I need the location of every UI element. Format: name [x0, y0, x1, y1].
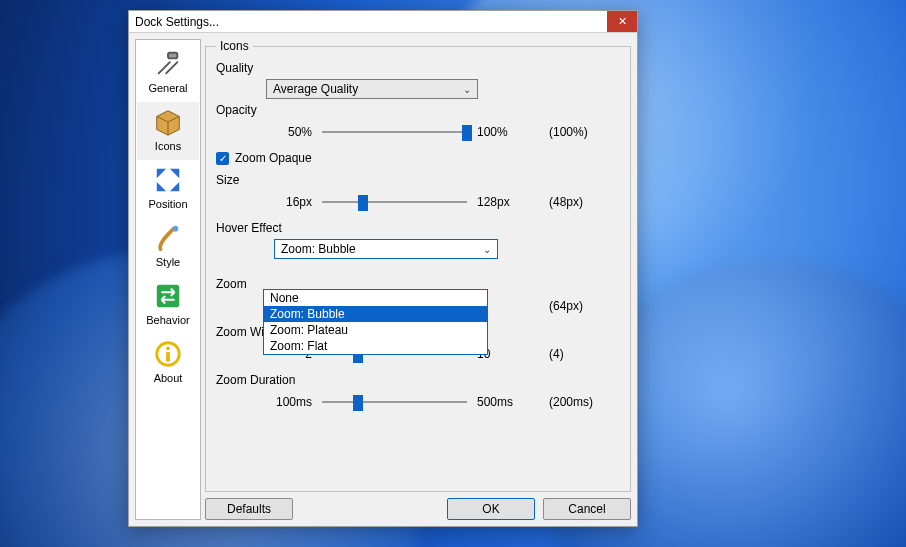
arrows-icon [152, 164, 184, 196]
svg-marker-5 [157, 182, 166, 191]
hover-effect-dropdown[interactable]: None Zoom: Bubble Zoom: Plateau Zoom: Fl… [263, 289, 488, 355]
hover-effect-option[interactable]: None [264, 290, 487, 306]
sidebar-item-general[interactable]: General [137, 44, 199, 102]
svg-point-7 [173, 226, 179, 232]
svg-rect-8 [157, 285, 180, 308]
quality-value: Average Quality [273, 82, 358, 96]
main-panel: Icons Quality Average Quality ⌄ Opacity … [205, 39, 631, 520]
size-label: Size [216, 173, 620, 187]
zoom-duration-slider-row: 100ms 500ms (200ms) [216, 393, 620, 411]
svg-marker-4 [170, 169, 179, 178]
size-min: 16px [266, 195, 312, 209]
sidebar-item-behavior[interactable]: Behavior [137, 276, 199, 334]
zoom-width-value: (4) [533, 347, 593, 361]
zoom-duration-slider[interactable] [322, 393, 467, 411]
zoom-duration-min: 100ms [266, 395, 312, 409]
dialog-buttons: Defaults OK Cancel [205, 492, 631, 520]
zoom-duration-label: Zoom Duration [216, 373, 620, 387]
sidebar-item-label: Icons [155, 140, 181, 152]
svg-rect-11 [166, 352, 170, 361]
opacity-min: 50% [266, 125, 312, 139]
window-body: General Icons Position Style [129, 33, 637, 526]
size-value: (48px) [533, 195, 593, 209]
brush-icon [152, 222, 184, 254]
slider-thumb[interactable] [462, 125, 472, 141]
quality-label: Quality [216, 61, 620, 75]
opacity-value: (100%) [533, 125, 593, 139]
svg-rect-0 [168, 53, 177, 59]
sidebar-item-label: General [148, 82, 187, 94]
slider-thumb[interactable] [353, 395, 363, 411]
sidebar-item-label: About [154, 372, 183, 384]
sidebar-item-label: Style [156, 256, 180, 268]
sidebar-item-label: Behavior [146, 314, 189, 326]
hover-effect-select[interactable]: Zoom: Bubble ⌄ [274, 239, 498, 259]
size-max: 128px [477, 195, 523, 209]
close-icon: ✕ [618, 15, 627, 28]
size-slider[interactable] [322, 193, 467, 211]
ok-button[interactable]: OK [447, 498, 535, 520]
swap-icon [152, 280, 184, 312]
hover-effect-label: Hover Effect [216, 221, 620, 235]
info-icon [152, 338, 184, 370]
opacity-slider[interactable] [322, 123, 467, 141]
chevron-down-icon: ⌄ [463, 84, 471, 95]
opacity-label: Opacity [216, 103, 620, 117]
zoom-opaque-checkbox[interactable]: ✓ [216, 152, 229, 165]
icons-group: Icons Quality Average Quality ⌄ Opacity … [205, 39, 631, 492]
svg-marker-6 [170, 182, 179, 191]
zoom-duration-value: (200ms) [533, 395, 593, 409]
chevron-down-icon: ⌄ [483, 244, 491, 255]
sidebar-item-about[interactable]: About [137, 334, 199, 392]
opacity-max: 100% [477, 125, 523, 139]
zoom-opaque-row: ✓ Zoom Opaque [216, 151, 620, 165]
hover-effect-option[interactable]: Zoom: Plateau [264, 322, 487, 338]
sidebar-item-icons[interactable]: Icons [137, 102, 199, 160]
window-title: Dock Settings... [135, 15, 219, 29]
svg-point-10 [166, 347, 170, 351]
size-slider-row: 16px 128px (48px) [216, 193, 620, 211]
sidebar-item-label: Position [148, 198, 187, 210]
slider-thumb[interactable] [358, 195, 368, 211]
cancel-button[interactable]: Cancel [543, 498, 631, 520]
opacity-slider-row: 50% 100% (100%) [216, 123, 620, 141]
sidebar-item-position[interactable]: Position [137, 160, 199, 218]
title-bar[interactable]: Dock Settings... ✕ [129, 11, 637, 33]
tools-icon [152, 48, 184, 80]
zoom-duration-max: 500ms [477, 395, 523, 409]
svg-marker-3 [157, 169, 166, 178]
hover-effect-option[interactable]: Zoom: Flat [264, 338, 487, 354]
settings-window: Dock Settings... ✕ General Icons [128, 10, 638, 527]
quality-select[interactable]: Average Quality ⌄ [266, 79, 478, 99]
hover-effect-value: Zoom: Bubble [281, 242, 356, 256]
sidebar-item-style[interactable]: Style [137, 218, 199, 276]
box-icon [152, 106, 184, 138]
group-title: Icons [216, 39, 253, 53]
category-sidebar: General Icons Position Style [135, 39, 201, 520]
zoom-opaque-label: Zoom Opaque [235, 151, 312, 165]
defaults-button[interactable]: Defaults [205, 498, 293, 520]
zoom-value: (64px) [533, 299, 593, 313]
close-button[interactable]: ✕ [607, 11, 637, 32]
hover-effect-option[interactable]: Zoom: Bubble [264, 306, 487, 322]
